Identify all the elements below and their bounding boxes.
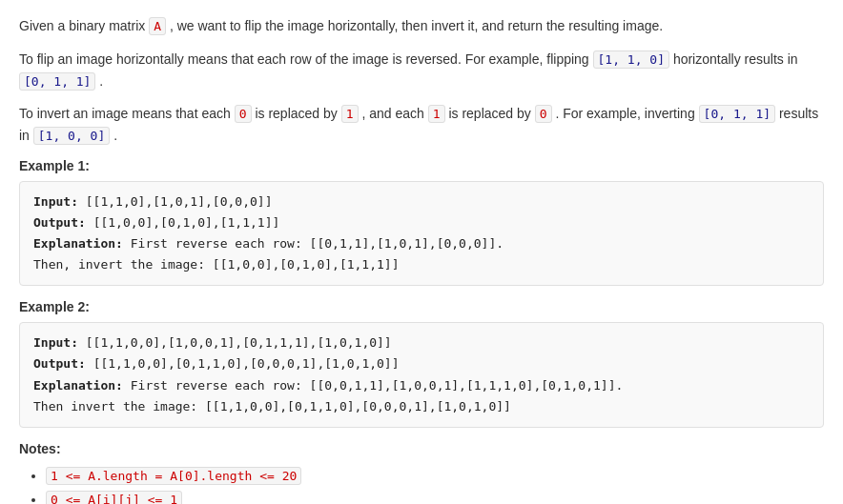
intro-p1-code: A xyxy=(149,17,166,35)
example1-input-label: Input: xyxy=(33,194,78,209)
example2-explanation: Explanation: First reverse each row: [[0… xyxy=(33,375,810,396)
intro-p2: To flip an image horizontally means that… xyxy=(19,49,824,92)
intro-p2-end: . xyxy=(99,73,103,89)
example1-then: Then, invert the image: [[1,0,0],[0,1,0]… xyxy=(33,254,810,275)
intro-p3-code3: 1 xyxy=(428,105,445,123)
example2-input-label: Input: xyxy=(33,335,78,350)
example1-output: Output: [[1,0,0],[0,1,0],[1,1,1]] xyxy=(33,212,810,233)
example2-explanation-label: Explanation: xyxy=(33,378,123,393)
example2-output-value: [[1,1,0,0],[0,1,1,0],[0,0,0,1],[1,0,1,0]… xyxy=(93,356,400,371)
intro-p1-rest: , we want to flip the image horizontally… xyxy=(170,18,663,33)
example2-then: Then invert the image: [[1,1,0,0],[0,1,1… xyxy=(33,396,810,417)
example1-header: Example 1: xyxy=(19,158,824,173)
example2-section: Example 2: Input: [[1,1,0,0],[1,0,0,1],[… xyxy=(19,299,824,427)
example2-output: Output: [[1,1,0,0],[0,1,1,0],[0,0,0,1],[… xyxy=(33,353,810,374)
intro-p1: Given a binary matrix A , we want to fli… xyxy=(19,15,824,37)
example1-output-value: [[1,0,0],[0,1,0],[1,1,1]] xyxy=(93,215,280,230)
example2-input: Input: [[1,1,0,0],[1,0,0,1],[0,1,1,1],[1… xyxy=(33,333,810,353)
intro-p3-code4: 0 xyxy=(535,105,552,123)
example1-code-block: Input: [[1,1,0],[1,0,1],[0,0,0]] Output:… xyxy=(19,181,824,286)
intro-p3-code5: [0, 1, 1] xyxy=(699,105,775,123)
intro-p3-mid4: . For example, inverting xyxy=(555,106,694,121)
list-item: 1 <= A.length = A[0].length <= 20 xyxy=(46,464,824,488)
example2-code-block: Input: [[1,1,0,0],[1,0,0,1],[0,1,1,1],[1… xyxy=(19,322,824,427)
example1-section: Example 1: Input: [[1,1,0],[1,0,1],[0,0,… xyxy=(19,158,824,286)
intro-p1-text: Given a binary matrix xyxy=(19,18,145,33)
notes-item-1: 1 <= A.length = A[0].length <= 20 xyxy=(46,467,301,485)
intro-p3-mid3: is replaced by xyxy=(448,106,530,121)
intro-p3-code1: 0 xyxy=(235,105,252,123)
notes-item-2: 0 <= A[i][j] <= 1 xyxy=(46,491,182,504)
example1-explanation-label: Explanation: xyxy=(33,236,123,251)
list-item: 0 <= A[i][j] <= 1 xyxy=(46,488,824,504)
example1-input-value: [[1,1,0],[1,0,1],[0,0,0]] xyxy=(86,194,273,209)
example1-explanation-text: First reverse each row: [[0,1,1],[1,0,1]… xyxy=(131,236,504,251)
example1-output-label: Output: xyxy=(33,215,86,230)
example1-input: Input: [[1,1,0],[1,0,1],[0,0,0]] xyxy=(33,192,810,212)
intro-p3-mid1: is replaced by xyxy=(255,106,337,121)
notes-list: 1 <= A.length = A[0].length <= 20 0 <= A… xyxy=(19,464,824,504)
example2-output-label: Output: xyxy=(33,356,86,371)
intro-p3-text: To invert an image means that each xyxy=(19,106,231,121)
intro-p3-end: . xyxy=(113,128,117,143)
example1-explanation: Explanation: First reverse each row: [[0… xyxy=(33,233,810,254)
intro-p2-code2: [0, 1, 1] xyxy=(19,72,95,91)
example2-header: Example 2: xyxy=(19,299,824,314)
intro-p3-code6: [1, 0, 0] xyxy=(33,127,110,145)
notes-header: Notes: xyxy=(19,441,824,456)
intro-p3: To invert an image means that each 0 is … xyxy=(19,103,824,147)
intro-p2-text: To flip an image horizontally means that… xyxy=(19,51,589,67)
example2-input-value: [[1,1,0,0],[1,0,0,1],[0,1,1,1],[1,0,1,0]… xyxy=(86,335,392,350)
intro-p3-mid2: , and each xyxy=(361,106,423,121)
intro-p2-code1: [1, 1, 0] xyxy=(593,50,669,69)
notes-section: Notes: 1 <= A.length = A[0].length <= 20… xyxy=(19,441,824,504)
intro-p3-code2: 1 xyxy=(341,105,359,123)
example2-explanation-text: First reverse each row: [[0,0,1,1],[1,0,… xyxy=(131,378,624,393)
intro-p2-rest: horizontally results in xyxy=(673,51,798,67)
